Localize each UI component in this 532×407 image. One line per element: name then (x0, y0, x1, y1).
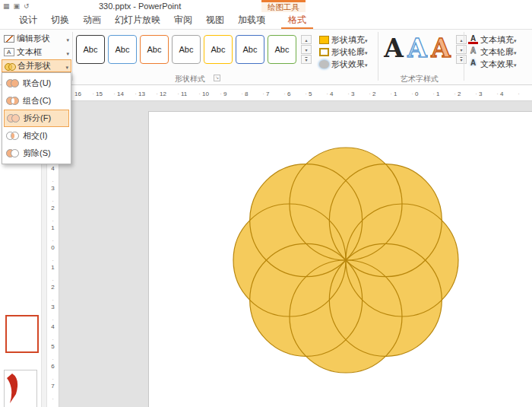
ribbon-tab[interactable]: 视图 (199, 12, 231, 29)
wordart-style-1[interactable]: A (407, 33, 428, 64)
button-label: 文本效果 (480, 59, 514, 70)
shape-style-swatch[interactable]: Abc (204, 35, 233, 64)
ribbon-tab[interactable]: 切换 (44, 12, 76, 29)
ribbon-tab[interactable]: 加载项 (231, 12, 272, 29)
ribbon-small-button[interactable]: 文本效果 (468, 58, 517, 70)
ribbon-small-button[interactable]: 文本填充 (468, 33, 517, 46)
ruler-number: 2 (372, 91, 394, 97)
ribbon-tab-row: 设计切换动画幻灯片放映审阅视图加载项格式 (0, 12, 532, 30)
menu-item-label: 拆分(F) (24, 113, 51, 124)
ruler-number: 4 (47, 165, 59, 185)
ribbon-small-button[interactable]: 文本框 (2, 46, 71, 59)
dropdown-arrow-icon (514, 35, 517, 44)
ruler-number: 1 (436, 91, 458, 97)
shape-style-swatch[interactable]: Abc (236, 35, 264, 64)
button-icon (5, 62, 15, 71)
button-label: 形状填充 (331, 34, 365, 46)
ruler-number: 2 (47, 284, 59, 304)
ruler-number: 9 (223, 91, 245, 97)
menu-item[interactable]: 联合(U) (4, 75, 69, 92)
ruler-number: 1 (394, 91, 415, 97)
ruler-number: 12 (160, 91, 181, 97)
button-icon (468, 60, 478, 68)
button-icon (319, 36, 329, 44)
ribbon-tab[interactable]: 设计 (12, 12, 44, 29)
shape-style-swatch[interactable]: Abc (140, 35, 169, 64)
quick-access-icon[interactable] (3, 1, 10, 11)
menu-item[interactable]: 相交(I) (4, 127, 69, 145)
ruler-number: 11 (181, 91, 202, 97)
ruler-number: 2 (47, 205, 59, 224)
ruler-number: 16 (74, 91, 96, 97)
ribbon-small-button[interactable]: 文本轮廓 (468, 46, 517, 58)
menu-item-label: 相交(I) (23, 130, 47, 141)
dialog-launcher-icon[interactable] (214, 75, 220, 81)
ruler-number: 1 (47, 264, 59, 284)
wordart-gallery: A A A (383, 33, 451, 64)
group-divider (72, 32, 73, 81)
ribbon-tab[interactable]: 幻灯片放映 (108, 12, 167, 29)
horizontal-ruler[interactable]: 1615141312111098765432101234 (59, 87, 532, 101)
dropdown-arrow-icon (365, 35, 368, 44)
gallery-scroll-up-icon[interactable] (301, 35, 312, 44)
ruler-number: 3 (351, 91, 372, 97)
merge-option-icon (7, 113, 21, 123)
ribbon-tab[interactable]: 格式 (281, 12, 313, 29)
button-icon (468, 48, 478, 56)
slide-thumbnail[interactable] (4, 370, 37, 407)
button-icon (4, 35, 14, 43)
gallery-scroll (301, 35, 312, 64)
group-divider (378, 32, 378, 81)
ruler-number: 4 (330, 91, 351, 97)
ruler-number: 6 (287, 91, 309, 97)
wordart-group-label: 艺术字样式 (380, 74, 459, 84)
ribbon-small-button[interactable]: 形状效果 (319, 58, 368, 70)
shape-commands: 形状填充 形状轮廓 形状效果 (319, 33, 368, 70)
ribbon: 编辑形状 文本框 合并形状 Abc Abc Abc Abc Abc (0, 30, 532, 85)
ribbon-small-button[interactable]: 形状填充 (319, 33, 368, 46)
shape-style-swatch[interactable]: Abc (76, 35, 105, 64)
quick-access-icon[interactable] (24, 1, 30, 11)
text-commands: 文本填充 文本轮廓 文本效果 (468, 33, 517, 70)
drawing-tools-context-group[interactable]: 绘图工具 (261, 0, 306, 12)
dropdown-arrow-icon (514, 47, 517, 56)
dropdown-arrow-icon (66, 48, 69, 57)
menu-item[interactable]: 组合(C) (4, 92, 69, 110)
wordart-letter: A (407, 33, 427, 63)
ruler-number: 5 (47, 343, 59, 363)
wordart-style-0[interactable]: A (383, 33, 404, 64)
shape-style-swatch[interactable]: Abc (268, 35, 296, 64)
button-label: 合并形状 (17, 60, 65, 72)
shape-style-swatch[interactable]: Abc (108, 35, 137, 64)
ruler-number: 7 (47, 383, 59, 402)
flower-circles-shape[interactable] (228, 142, 464, 378)
shape-styles-group-label: 形状样式 (76, 74, 304, 84)
gallery-more-icon[interactable] (301, 55, 312, 64)
ruler-number: 3 (479, 91, 500, 97)
gallery-more-icon[interactable] (456, 55, 467, 64)
ruler-number: 4 (500, 91, 521, 97)
ribbon-tab[interactable]: 审阅 (167, 12, 199, 29)
swatch-label: Abc (275, 45, 290, 54)
merge-shapes-menu: 联合(U) 组合(C) 拆分(F) 相交(I) 剪除(S) (2, 72, 71, 164)
menu-item[interactable]: 剪除(S) (4, 145, 69, 162)
ribbon-small-button[interactable]: 编辑形状 (2, 32, 71, 45)
gallery-scroll-down-icon[interactable] (301, 45, 312, 54)
merge-option-icon (6, 131, 20, 141)
dropdown-arrow-icon (365, 47, 368, 56)
shape-style-swatch[interactable]: Abc (172, 35, 201, 64)
ruler-number: 3 (47, 304, 59, 323)
wordart-style-2[interactable]: A (430, 33, 451, 64)
ruler-number: 13 (138, 91, 160, 97)
menu-item[interactable]: 拆分(F) (4, 110, 69, 127)
quick-access-icon[interactable] (14, 1, 21, 11)
slide-thumbnail[interactable] (5, 315, 39, 353)
gallery-scroll-up-icon[interactable] (456, 35, 467, 44)
ribbon-small-button[interactable]: 合并形状 (2, 59, 71, 72)
gallery-scroll-down-icon[interactable] (456, 45, 467, 54)
ribbon-tab[interactable]: 动画 (76, 12, 108, 29)
button-label: 形状效果 (331, 59, 365, 70)
ribbon-small-button[interactable]: 形状轮廓 (319, 46, 368, 58)
dropdown-arrow-icon (514, 59, 517, 68)
swatch-label: Abc (243, 45, 258, 54)
